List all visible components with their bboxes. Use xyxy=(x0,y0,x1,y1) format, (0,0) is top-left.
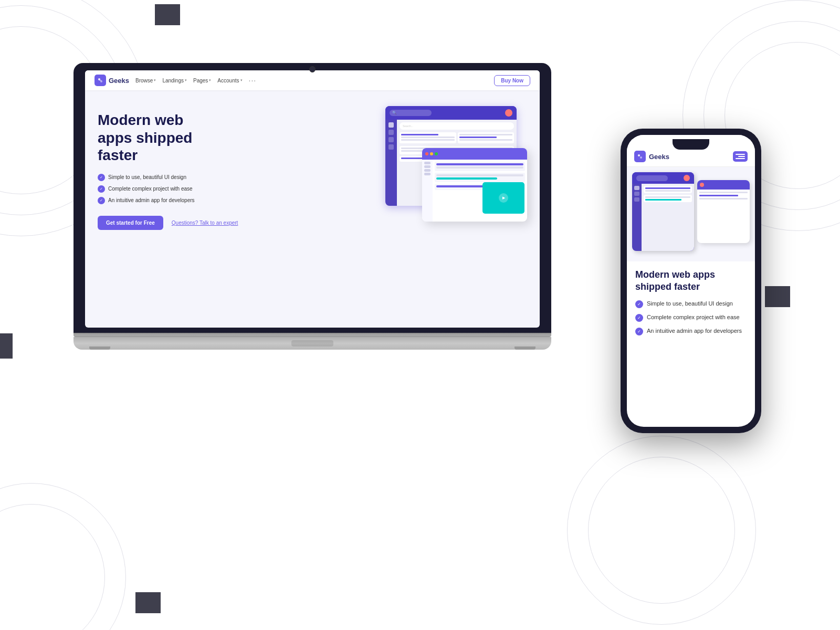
laptop-dash-front-header xyxy=(422,148,527,160)
sidebar-icon-4 xyxy=(388,144,394,150)
phone-inner-row-2 xyxy=(645,196,690,198)
laptop-dash-front-sidebar xyxy=(422,160,433,222)
laptop-get-started-button[interactable]: Get started for Free xyxy=(98,216,163,230)
laptop-play-button[interactable]: ▶ xyxy=(499,193,508,203)
phone-feature-1: ✓ Simple to use, beautiful UI design xyxy=(635,300,747,308)
card-line-3 xyxy=(459,134,513,135)
laptop-dash-cards-row xyxy=(400,132,514,143)
card-line-2 xyxy=(401,139,455,141)
phone-feature-3: ✓ An intuitive admin app for developers xyxy=(635,327,747,335)
nav-more[interactable]: ··· xyxy=(249,76,257,85)
laptop-dash-card-1 xyxy=(400,132,456,143)
laptop-hinge xyxy=(74,333,551,337)
svg-point-1 xyxy=(100,80,102,82)
phone-white-row-2 xyxy=(699,198,748,200)
pages-chevron: ▾ xyxy=(209,78,211,82)
front-card-1 xyxy=(435,162,525,171)
browse-chevron: ▾ xyxy=(154,78,156,82)
sidebar-icon-1 xyxy=(388,122,394,128)
phone-purple-body xyxy=(632,184,694,251)
phone-check-2: ✓ xyxy=(635,314,643,322)
laptop-buy-now-button[interactable]: Buy Now xyxy=(494,75,530,86)
phone-check-3: ✓ xyxy=(635,328,643,335)
sidebar-icon-3 xyxy=(388,137,394,142)
laptop-dash-front-dots xyxy=(425,152,438,155)
laptop-talk-to-expert-link[interactable]: Questions? Talk to an expert xyxy=(172,220,238,226)
laptop-dash-avatar xyxy=(505,109,512,117)
front-card-2 xyxy=(435,173,525,182)
laptop-dash-search-text: Search... xyxy=(403,124,413,128)
phone-white-avatar xyxy=(700,183,704,187)
phone-inner-row-t xyxy=(645,199,681,201)
phone-feature-2: ✓ Complete complex project with ease xyxy=(635,313,747,322)
phone-sidebar-icon-1 xyxy=(634,192,639,196)
phone-sidebar-icon-active xyxy=(634,186,639,190)
laptop-screen-inner: Geeks Browse ▾ Landings ▾ xyxy=(85,70,540,328)
bg-rect-right xyxy=(765,286,790,307)
phone-logo-text: Geeks xyxy=(649,153,669,161)
laptop: Geeks Browse ▾ Landings ▾ xyxy=(74,63,551,399)
laptop-base xyxy=(74,337,551,350)
laptop-dash-teal-box: ▶ xyxy=(482,182,524,214)
bg-rect-bottom xyxy=(135,592,161,613)
nav-pages[interactable]: Pages ▾ xyxy=(193,78,211,83)
phone-sidebar-icon-2 xyxy=(634,197,639,202)
laptop-dashboard-visual: 🔍 xyxy=(380,106,527,222)
svg-point-0 xyxy=(98,78,100,80)
phone-purple-main xyxy=(642,184,694,251)
landings-chevron: ▾ xyxy=(185,78,187,82)
laptop-notch xyxy=(309,66,316,72)
phone-purple-avatar xyxy=(684,175,690,181)
phone-purple-search xyxy=(636,175,668,181)
front-dot-yellow xyxy=(430,152,433,155)
nav-browse[interactable]: Browse ▾ xyxy=(135,78,156,83)
card-line-purple xyxy=(401,134,438,135)
accounts-chevron: ▾ xyxy=(240,78,243,82)
menu-line-3 xyxy=(736,158,745,159)
phone-white-card-body xyxy=(697,190,750,203)
phone-logo: Geeks xyxy=(634,151,669,162)
phone: Geeks xyxy=(621,129,761,433)
circle-bl-2 xyxy=(0,483,126,630)
laptop-logo-icon xyxy=(94,75,106,86)
phone-hero-text: Modern web apps shipped faster ✓ Simple … xyxy=(627,261,755,348)
card-line-1 xyxy=(401,136,455,138)
laptop-headline: Modern web apps shipped faster xyxy=(98,111,326,164)
laptop-site-logo: Geeks xyxy=(94,75,129,86)
phone-inner-row-p xyxy=(645,187,690,189)
svg-point-2 xyxy=(638,154,640,156)
phone-screen: Geeks xyxy=(627,135,755,427)
phone-inner-card-1 xyxy=(644,186,692,193)
sidebar-icon-2 xyxy=(388,130,394,135)
phone-purple-sidebar xyxy=(632,184,642,251)
laptop-feature-3: ✓ An intuitive admin app for developers xyxy=(98,197,326,204)
laptop-foot-left xyxy=(89,346,110,350)
phone-menu-button[interactable] xyxy=(733,151,748,162)
laptop-cta-row: Get started for Free Questions? Talk to … xyxy=(98,216,326,230)
phone-screenshot-area xyxy=(627,167,755,261)
laptop-feature-2: ✓ Complete complex project with ease xyxy=(98,185,326,193)
check-icon-1: ✓ xyxy=(98,174,105,181)
front-sidebar-item-1 xyxy=(424,162,430,164)
nav-landings[interactable]: Landings ▾ xyxy=(162,78,187,83)
laptop-dash-back-header: 🔍 xyxy=(385,106,517,120)
front-row-1 xyxy=(436,166,523,169)
laptop-hero: Modern web apps shipped faster ✓ Simple … xyxy=(85,90,540,328)
phone-purple-card xyxy=(632,172,694,251)
laptop-site-nav: Geeks Browse ▾ Landings ▾ xyxy=(85,70,540,90)
laptop-dash-sidebar xyxy=(385,120,397,206)
phone-notch xyxy=(673,139,709,150)
laptop-dash-card-2 xyxy=(458,132,514,143)
phone-dash-left xyxy=(632,172,694,256)
phone-logo-icon xyxy=(634,151,646,162)
phone-hero-title: Modern web apps shipped faster xyxy=(635,269,747,292)
front-sidebar-item-2 xyxy=(424,165,430,168)
phone-inner-row-1 xyxy=(645,190,690,192)
check-icon-2: ✓ xyxy=(98,185,105,193)
bg-rect-top xyxy=(155,4,180,25)
phone-dash-right xyxy=(697,172,750,256)
phone-check-1: ✓ xyxy=(635,300,643,308)
phone-body: Geeks xyxy=(621,129,761,433)
nav-accounts[interactable]: Accounts ▾ xyxy=(217,78,242,83)
menu-line-2 xyxy=(738,156,746,157)
